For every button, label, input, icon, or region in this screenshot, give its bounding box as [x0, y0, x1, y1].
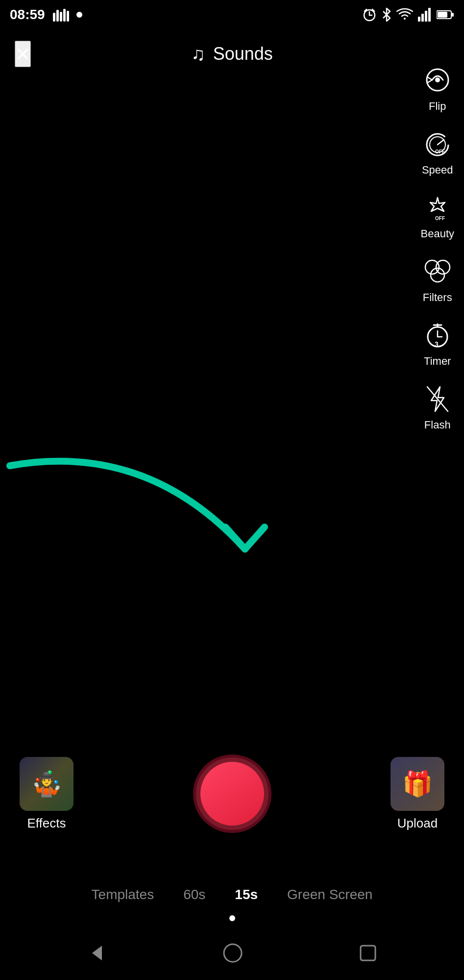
svg-rect-12 — [425, 11, 427, 22]
recent-square-icon — [359, 944, 377, 962]
svg-rect-2 — [60, 12, 62, 22]
sidebar-item-beauty[interactable]: OFF Beauty — [421, 191, 455, 240]
sidebar-item-flip[interactable]: Flip — [421, 64, 454, 113]
close-button[interactable]: × — [15, 41, 31, 67]
svg-text:OFF: OFF — [435, 149, 445, 154]
svg-rect-1 — [56, 10, 59, 22]
tab-15s[interactable]: 15s — [235, 883, 258, 906]
svg-point-26 — [431, 268, 444, 282]
filters-label: Filters — [423, 291, 452, 304]
tab-60s[interactable]: 60s — [183, 883, 205, 906]
mode-indicator-dot — [229, 915, 235, 921]
wifi-icon — [396, 8, 413, 22]
record-button[interactable] — [193, 754, 271, 833]
notification-dot — [76, 12, 82, 18]
svg-rect-3 — [63, 9, 66, 22]
record-button-inner — [200, 762, 264, 826]
nav-recent-button[interactable] — [359, 944, 377, 962]
flip-icon — [421, 64, 454, 97]
svg-point-35 — [224, 944, 242, 962]
sidebar-item-filters[interactable]: Filters — [421, 255, 454, 304]
effects-thumbnail — [20, 757, 73, 811]
tab-greenscreen[interactable]: Green Screen — [287, 883, 372, 906]
svg-point-25 — [436, 260, 450, 274]
camera-controls: Effects Upload — [0, 745, 464, 843]
flash-icon — [421, 382, 454, 416]
svg-text:OFF: OFF — [435, 216, 445, 221]
sounds-title: ♫ Sounds — [191, 44, 273, 65]
nav-back-button[interactable] — [87, 943, 107, 963]
nav-bar — [0, 926, 464, 980]
back-arrow-icon — [87, 943, 107, 963]
effects-button[interactable]: Effects — [20, 757, 73, 831]
alarm-icon — [362, 7, 377, 22]
sidebar-item-flash[interactable]: Flash — [421, 382, 454, 431]
upload-thumbnail — [391, 757, 444, 811]
speed-icon: OFF — [421, 127, 454, 161]
visualizer-icon — [53, 8, 71, 22]
svg-rect-11 — [421, 14, 424, 22]
svg-rect-16 — [452, 13, 454, 17]
battery-icon — [437, 9, 454, 20]
sounds-label: Sounds — [213, 44, 273, 64]
signal-icon — [418, 8, 432, 22]
svg-line-21 — [438, 140, 444, 145]
beauty-label: Beauty — [421, 227, 455, 240]
svg-rect-36 — [361, 946, 375, 960]
nav-home-button[interactable] — [222, 942, 244, 964]
beauty-icon: OFF — [421, 191, 454, 225]
upload-button[interactable]: Upload — [391, 757, 444, 831]
bluetooth-icon — [382, 7, 391, 22]
status-bar: 08:59 — [0, 0, 464, 29]
svg-point-24 — [425, 260, 439, 274]
flash-label: Flash — [424, 419, 451, 431]
speed-label: Speed — [422, 164, 453, 176]
svg-rect-4 — [67, 11, 69, 22]
right-sidebar: Flip OFF Speed OFF Beauty — [421, 64, 455, 431]
sidebar-item-speed[interactable]: OFF Speed — [421, 127, 454, 176]
arrow-annotation — [0, 451, 318, 598]
top-bar: × ♫ Sounds — [0, 34, 464, 74]
svg-rect-13 — [428, 8, 431, 22]
filters-icon — [421, 255, 454, 288]
svg-point-18 — [435, 77, 440, 82]
status-icons-right — [362, 7, 454, 22]
svg-text:3: 3 — [435, 340, 439, 348]
status-time: 08:59 — [10, 7, 45, 23]
record-button-wrapper — [193, 754, 271, 833]
svg-marker-34 — [92, 946, 102, 960]
mode-tabs: Templates 60s 15s Green Screen — [0, 883, 464, 906]
upload-label: Upload — [397, 816, 438, 831]
flip-label: Flip — [429, 100, 446, 113]
music-note-icon: ♫ — [191, 44, 205, 65]
svg-rect-15 — [438, 12, 447, 18]
status-icons-left — [53, 8, 82, 22]
home-circle-icon — [222, 942, 244, 964]
timer-label: Timer — [424, 355, 451, 368]
effects-label: Effects — [27, 816, 66, 831]
svg-rect-10 — [418, 17, 420, 22]
svg-rect-0 — [53, 13, 55, 22]
tab-templates[interactable]: Templates — [92, 883, 154, 906]
sidebar-item-timer[interactable]: 3 Timer — [421, 319, 454, 368]
timer-icon: 3 — [421, 319, 454, 352]
